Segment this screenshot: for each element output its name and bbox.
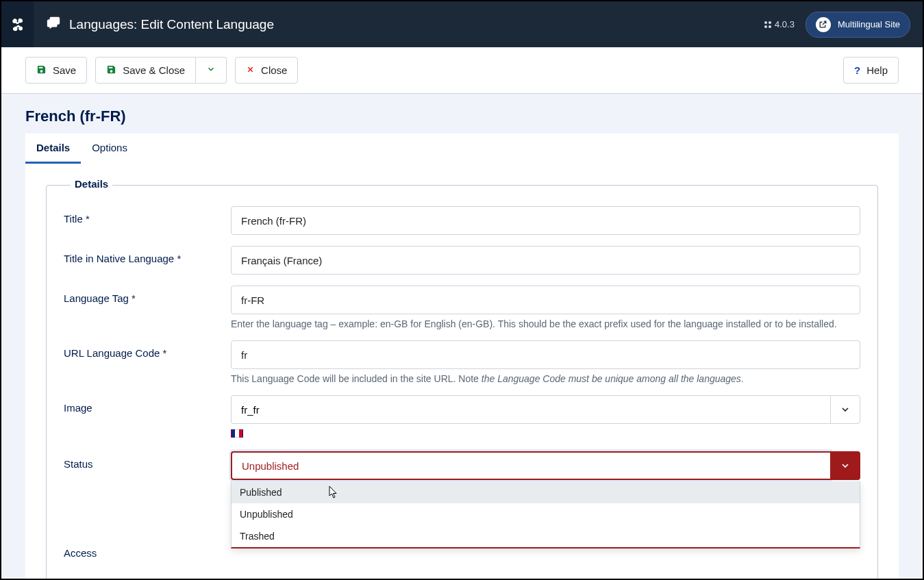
lang-tag-help: Enter the language tag – example: en-GB …: [231, 318, 860, 329]
description-label: Description: [64, 570, 231, 580]
tab-options[interactable]: Options: [81, 134, 138, 164]
close-label: Close: [261, 64, 287, 76]
image-select-value: fr_fr: [231, 395, 830, 424]
site-link-button[interactable]: Multilingual Site: [806, 12, 910, 38]
comments-icon: [46, 16, 61, 34]
status-label: Status: [64, 451, 231, 480]
image-select[interactable]: fr_fr: [231, 395, 860, 424]
chevron-down-icon: [830, 395, 860, 424]
save-button[interactable]: Save: [25, 57, 87, 84]
svg-point-2: [764, 25, 767, 28]
save-icon: [36, 64, 47, 77]
status-option-trashed[interactable]: Trashed: [232, 525, 860, 547]
native-label: Title in Native Language *: [64, 246, 231, 275]
joomla-logo[interactable]: [1, 1, 34, 47]
save-dropdown-toggle[interactable]: [196, 57, 227, 84]
tab-details[interactable]: Details: [25, 134, 81, 164]
page-header-title: Languages: Edit Content Language: [69, 17, 274, 32]
url-code-input[interactable]: [231, 340, 860, 369]
external-link-icon: [816, 17, 831, 32]
version-text: 4.0.3: [775, 19, 795, 29]
title-input[interactable]: [231, 206, 860, 235]
close-button[interactable]: Close: [235, 57, 298, 84]
status-select-value: Unpublished: [231, 451, 830, 480]
details-fieldset: Details Title * Title in Native Language…: [46, 185, 878, 580]
save-close-label: Save & Close: [123, 64, 185, 76]
native-input[interactable]: [231, 246, 860, 275]
help-icon: ?: [854, 64, 860, 76]
lang-tag-input[interactable]: [231, 286, 860, 314]
site-link-label: Multilingual Site: [838, 19, 900, 29]
version-badge: 4.0.3: [764, 19, 795, 29]
save-close-button[interactable]: Save & Close: [95, 57, 196, 84]
close-icon: [246, 64, 255, 76]
tabs: Details Options: [25, 134, 899, 164]
url-code-help: This Language Code will be included in t…: [231, 373, 860, 384]
status-select[interactable]: Unpublished: [231, 451, 860, 480]
admin-header: Languages: Edit Content Language 4.0.3 M…: [1, 1, 923, 47]
title-label: Title *: [64, 206, 231, 235]
url-code-label: URL Language Code *: [64, 340, 231, 384]
help-button[interactable]: ? Help: [843, 57, 899, 84]
status-option-unpublished[interactable]: Unpublished: [232, 503, 860, 525]
page-title: French (fr-FR): [25, 108, 899, 125]
svg-point-1: [769, 21, 771, 24]
image-label: Image: [64, 395, 231, 440]
status-option-published[interactable]: Published: [232, 481, 860, 503]
save-icon: [106, 64, 116, 77]
toolbar: Save Save & Close Close ? Help: [1, 47, 923, 94]
status-dropdown: Published Unpublished Trashed: [231, 481, 860, 549]
lang-tag-label: Language Tag *: [64, 286, 231, 329]
chevron-down-icon: [830, 451, 860, 480]
fieldset-legend: Details: [71, 178, 112, 190]
svg-point-3: [769, 25, 771, 28]
access-label: Access: [64, 540, 231, 559]
help-label: Help: [866, 64, 888, 76]
flag-preview-france: [231, 429, 243, 438]
chevron-down-icon: [206, 64, 216, 76]
svg-point-0: [764, 21, 767, 24]
save-label: Save: [53, 64, 76, 76]
